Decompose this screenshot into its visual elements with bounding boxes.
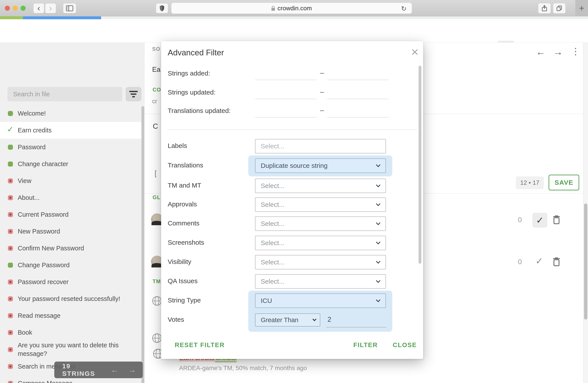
votes-label: Votes — [168, 316, 184, 323]
list-item[interactable]: Password recover — [0, 274, 142, 290]
list-item[interactable]: Read message — [0, 307, 142, 324]
window-zoom-button[interactable] — [21, 6, 26, 11]
list-item[interactable]: Book — [0, 324, 142, 341]
next-file-arrow[interactable]: → — [553, 46, 563, 57]
share-button[interactable] — [538, 3, 551, 14]
visibility-select[interactable]: Select... — [255, 255, 386, 269]
tm-and-mt-select[interactable]: Select... — [255, 179, 386, 193]
list-item[interactable]: Change Password — [0, 257, 142, 274]
status-icon — [8, 330, 13, 335]
status-icon — [8, 347, 13, 352]
visibility-label: Visibility — [168, 258, 191, 265]
status-check-icon — [8, 128, 13, 133]
next-string-button[interactable]: → — [128, 365, 136, 374]
shield-icon — [159, 5, 165, 12]
range-dash: – — [320, 88, 324, 96]
globe-icon — [152, 333, 162, 343]
tab-overview-button[interactable] — [553, 3, 566, 14]
strings-updated-to-input[interactable] — [327, 89, 389, 99]
list-item[interactable]: View — [0, 172, 142, 189]
status-icon — [8, 178, 13, 183]
list-item[interactable]: Earn credits — [0, 122, 142, 139]
window-minimize-button[interactable] — [13, 6, 18, 11]
chevron-down-icon — [376, 221, 380, 225]
save-button[interactable]: SAVE — [549, 175, 579, 190]
list-item[interactable]: Confirm New Password — [0, 240, 142, 257]
crowdin-editor-page: ‹ › crowdin.com ↻ — [0, 0, 588, 383]
editor-scrollbar-thumb[interactable] — [584, 203, 587, 320]
list-item[interactable]: Change character — [0, 156, 142, 172]
new-tab-button[interactable]: + — [575, 0, 588, 16]
bracket-icon: [ — [155, 169, 157, 178]
approve-suggestion-button[interactable]: ✓ — [535, 256, 543, 266]
trash-icon — [552, 215, 561, 225]
chevron-down-icon — [376, 202, 380, 206]
list-item[interactable]: Current Password — [0, 206, 142, 223]
status-icon — [8, 195, 13, 200]
string-type-select[interactable]: ICU — [255, 294, 386, 308]
reset-filter-button[interactable]: RESET FILTER — [175, 342, 225, 349]
comments-label: Comments — [168, 220, 199, 227]
translations-select[interactable]: Duplicate source string — [255, 159, 386, 173]
status-icon — [8, 364, 13, 369]
advanced-filter-modal: Advanced Filter × Strings added: – Strin… — [161, 41, 423, 359]
browser-back-button[interactable]: ‹ — [33, 3, 44, 13]
list-item[interactable]: Your password reseted successfully! — [0, 290, 142, 307]
labels-select-input[interactable] — [255, 139, 386, 153]
delete-suggestion-button[interactable] — [552, 257, 561, 267]
range-dash: – — [320, 106, 324, 114]
translation-progress-bar — [0, 16, 588, 19]
strings-updated-from-input[interactable] — [255, 89, 317, 99]
more-options-menu[interactable]: ⋮ — [571, 46, 580, 57]
votes-operator-select[interactable]: Greater Than — [255, 313, 320, 326]
tm-and-mt-label: TM and MT — [168, 182, 201, 189]
translations-updated-from-input[interactable] — [255, 107, 317, 118]
status-icon — [8, 229, 13, 234]
list-item[interactable]: Password — [0, 139, 142, 156]
privacy-shield-button[interactable] — [156, 3, 168, 13]
filter-button-apply[interactable]: FILTER — [353, 342, 378, 349]
globe-icon — [152, 296, 162, 306]
window-close-button[interactable] — [5, 6, 10, 11]
qa-issues-select[interactable]: Select... — [255, 274, 386, 289]
browser-chrome: ‹ › crowdin.com ↻ — [0, 0, 588, 16]
strings-count-bar: 19 STRINGS ← → — [54, 362, 143, 378]
source-string-text-fragment: Ea — [152, 66, 160, 74]
strings-added-from-input[interactable] — [255, 70, 317, 80]
close-icon[interactable]: × — [411, 45, 419, 58]
suggestion-votes-count: 0 — [518, 216, 522, 224]
screenshots-label: Screenshots — [168, 239, 204, 246]
comments-select[interactable]: Select... — [255, 217, 386, 231]
list-item[interactable]: Welcome! — [0, 105, 142, 122]
browser-forward-button[interactable]: › — [45, 3, 56, 13]
screenshots-select[interactable]: Select... — [255, 236, 386, 250]
list-item[interactable]: About... — [0, 189, 142, 206]
previous-string-button[interactable]: ← — [111, 365, 119, 374]
lock-icon — [271, 6, 275, 11]
votes-value-input[interactable] — [328, 316, 341, 323]
list-item[interactable]: Are you sure you want to delete this mes… — [0, 341, 142, 358]
tm-section-header-fragment: TM — [153, 278, 161, 284]
labels-label: Labels — [168, 142, 187, 149]
chevron-down-icon — [376, 163, 380, 167]
translations-updated-to-input[interactable] — [327, 107, 389, 118]
approvals-select[interactable]: Select... — [255, 197, 386, 212]
status-icon — [8, 111, 13, 116]
strings-added-label: Strings added: — [168, 70, 210, 77]
browser-sidebar-toggle-button[interactable] — [63, 3, 76, 13]
editor-scrollbar[interactable] — [583, 43, 588, 383]
close-button[interactable]: CLOSE — [393, 342, 417, 349]
status-icon — [8, 161, 13, 166]
search-input[interactable] — [7, 87, 122, 101]
modal-scrollbar-thumb[interactable] — [419, 66, 421, 264]
address-bar[interactable]: crowdin.com — [171, 3, 412, 14]
strings-added-to-input[interactable] — [327, 70, 389, 80]
filter-button[interactable] — [126, 87, 141, 101]
delete-suggestion-button[interactable] — [552, 215, 561, 225]
sidebar-scrollbar[interactable] — [141, 106, 144, 383]
reload-button[interactable]: ↻ — [401, 5, 406, 13]
list-item[interactable]: New Password — [0, 223, 142, 240]
context-text-fragment: cr — [152, 98, 157, 105]
approve-suggestion-button[interactable]: ✓ — [532, 213, 547, 228]
previous-file-arrow[interactable]: ← — [536, 46, 546, 57]
